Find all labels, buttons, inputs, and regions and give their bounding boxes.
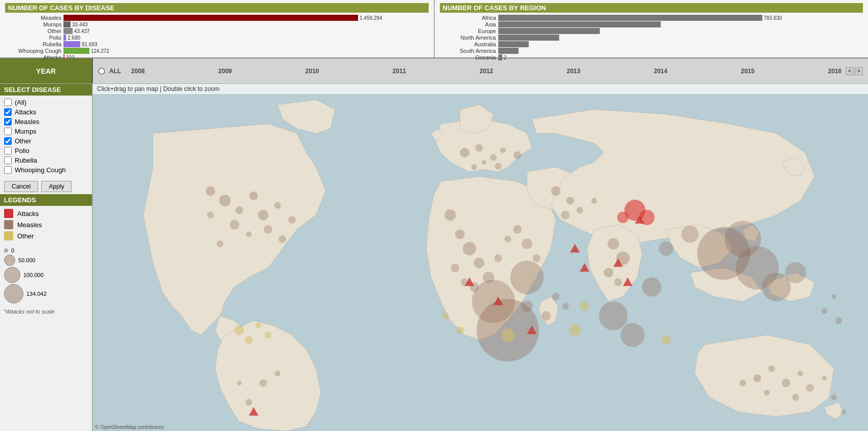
svg-point-54 [552,293,560,300]
svg-point-73 [275,371,280,376]
disease-checkbox-item[interactable]: Other [4,137,88,145]
legend-item-label: Measles [17,221,42,229]
svg-point-51 [533,255,540,262]
disease-checkbox[interactable] [4,147,12,155]
year-label-item[interactable]: 2014 [654,68,667,75]
svg-point-25 [495,163,501,169]
region-bar-row: South America [440,48,863,54]
disease-bar-label: Measles [5,15,63,21]
disease-checkbox[interactable] [4,157,12,164]
disease-checkbox-label: Polio [15,147,29,155]
svg-point-42 [474,258,485,268]
region-bar [498,28,600,34]
disease-bar [63,35,66,41]
year-timeline[interactable]: ALL 200820092010201120122013201420152016… [93,58,868,84]
svg-point-26 [206,186,215,196]
svg-point-48 [504,236,511,242]
size-circle [4,249,8,253]
disease-chart-panel: NUMBER OF CASES BY DISEASE Measles 1.459… [0,0,435,57]
svg-point-96 [255,323,261,328]
action-buttons: Cancel Apply [0,179,92,194]
disease-checkbox-item[interactable]: Attacks [4,108,88,116]
disease-checkbox[interactable] [4,166,12,174]
svg-point-40 [455,229,465,239]
disease-bars: Measles 1.459.294 Mumps 33.443 Other 43.… [5,15,429,60]
disease-bar-value: 81.693 [82,42,98,47]
timeline-all-label: ALL [109,68,121,75]
map-area[interactable]: Click+drag to pan map | Double click to … [93,84,868,431]
disease-bar-label: Whooping Cough [5,48,63,54]
svg-point-30 [258,210,269,221]
svg-point-47 [494,255,502,262]
region-bar-row: Australia [440,41,863,47]
disease-bar-container: 2.680 [63,35,429,41]
world-map[interactable] [93,95,868,431]
disease-checkbox-label: Mumps [15,128,37,135]
disease-bar-value: 124.272 [91,48,109,54]
region-bar-container [498,21,863,27]
svg-point-57 [566,197,574,204]
year-label-item[interactable]: 2010 [305,68,319,75]
disease-checkbox[interactable] [4,99,12,106]
timeline-next-btn[interactable]: > [855,67,863,75]
disease-bar-value: 43.437 [74,28,90,34]
size-legend: 0 50.000 100.000 134.042 [0,245,92,306]
svg-point-75 [237,381,241,385]
year-label-item[interactable]: 2015 [741,68,755,75]
disease-checkbox-item[interactable]: Rubella [4,157,88,164]
disease-checkbox-item[interactable]: (All) [4,99,88,106]
region-bar-row: Asia [440,21,863,27]
disease-checkbox[interactable] [4,128,12,135]
timeline-circle[interactable] [98,68,105,75]
svg-point-53 [541,311,551,321]
year-label-item[interactable]: 2009 [218,68,232,75]
svg-point-41 [463,242,476,255]
region-bar-label: Australia [440,41,498,47]
disease-bar-row: Rubella 81.693 [5,41,429,47]
svg-point-29 [249,192,258,200]
svg-point-98 [661,335,671,345]
svg-point-78 [835,317,842,324]
svg-point-99 [456,326,464,334]
region-bar [498,15,762,21]
svg-point-55 [562,303,569,310]
disease-checkbox-item[interactable]: Whooping Cough [4,166,88,174]
svg-point-38 [217,240,223,247]
svg-point-65 [806,384,814,391]
apply-button[interactable]: Apply [41,181,72,192]
disease-bar-row: Measles 1.459.294 [5,15,429,21]
timeline-prev-btn[interactable]: < [846,67,854,75]
disease-bar-container: 81.693 [63,41,429,47]
year-label-item[interactable]: 2012 [479,68,493,75]
timeline-nav[interactable]: < > [846,67,863,75]
svg-point-5 [621,323,645,347]
svg-point-77 [831,294,836,299]
legend-item-label: Attacks [17,210,39,218]
disease-checkbox[interactable] [4,137,12,145]
disease-checkbox[interactable] [4,118,12,126]
cancel-button[interactable]: Cancel [4,181,38,192]
year-label-item[interactable]: 2013 [567,68,581,75]
size-legend-item: 50.000 [4,255,88,266]
disease-checkbox-label: Whooping Cough [15,166,66,174]
disease-checkbox-item[interactable]: Mumps [4,128,88,135]
region-bar-row: Africa 783.630 [440,15,863,21]
svg-point-31 [274,202,281,209]
svg-point-43 [451,263,459,272]
svg-point-61 [753,375,761,382]
svg-point-93 [580,301,589,311]
disease-bar [63,41,80,47]
svg-point-27 [219,195,231,206]
size-circle [4,255,15,266]
year-label-item[interactable]: 2011 [393,68,406,75]
year-label-item[interactable]: 2008 [131,68,145,75]
disease-checkbox-item[interactable]: Measles [4,118,88,126]
disease-bar-label: Other [5,28,63,34]
legend-item: Other [4,231,88,240]
region-bar-container [498,28,863,34]
disease-checkbox-item[interactable]: Polio [4,147,88,155]
year-label-item[interactable]: 2016 [828,68,842,75]
legend-color-swatch [4,209,13,218]
disease-checkbox[interactable] [4,108,12,116]
svg-point-22 [513,151,521,159]
